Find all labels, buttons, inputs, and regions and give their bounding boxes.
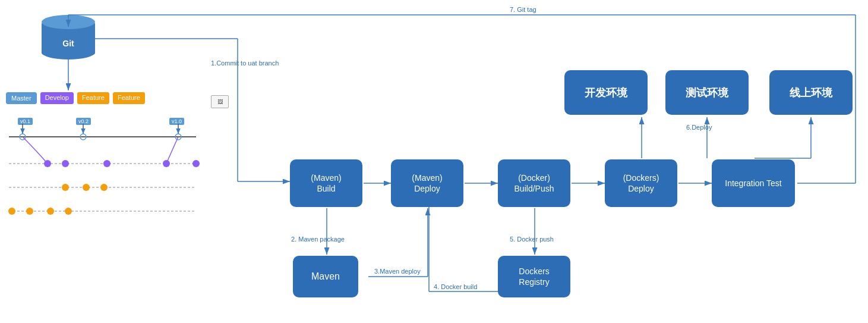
diagram-container: Git Master Develop Feature Feature 🖼 v0.… xyxy=(0,0,868,323)
svg-point-10 xyxy=(20,134,26,140)
svg-point-17 xyxy=(192,160,200,167)
maven-repo-box: Maven xyxy=(293,256,358,297)
docker-build-label: 4. Docker build xyxy=(434,283,477,290)
git-cylinder xyxy=(42,15,95,59)
maven-package-label: 2. Maven package xyxy=(291,236,345,243)
commit-label: 1.Commit to uat branch xyxy=(211,59,279,67)
svg-point-24 xyxy=(65,208,72,215)
branch-tags: Master Develop Feature Feature xyxy=(6,92,145,104)
docker-push-label: 5. Docker push xyxy=(510,236,554,243)
test-env-box: 测试环境 xyxy=(665,70,749,115)
version-tag-v01: v0.1 xyxy=(18,118,33,125)
git-label: Git xyxy=(42,39,95,48)
svg-point-22 xyxy=(26,208,33,215)
deploy-label: 6.Deploy xyxy=(686,124,712,131)
dev-env-box: 开发环境 xyxy=(564,70,648,115)
svg-point-16 xyxy=(163,160,170,167)
branch-tag-feature2: Feature xyxy=(113,92,145,104)
svg-point-18 xyxy=(62,184,69,191)
svg-point-12 xyxy=(175,134,181,140)
docker-registry-box: DockersRegistry xyxy=(498,256,570,297)
svg-point-19 xyxy=(83,184,90,191)
svg-point-20 xyxy=(100,184,108,191)
maven-deploy-label: 3.Maven deploy xyxy=(374,268,421,275)
branch-tag-master: Master xyxy=(6,92,37,104)
svg-point-14 xyxy=(62,160,69,167)
svg-point-15 xyxy=(103,160,111,167)
branch-tag-feature1: Feature xyxy=(77,92,109,104)
dockers-deploy-box: (Dockers)Deploy xyxy=(605,159,677,207)
integration-test-box: Integration Test xyxy=(712,159,795,207)
version-tag-v10: v1.0 xyxy=(169,118,184,125)
branch-tag-develop: Develop xyxy=(40,92,74,104)
maven-build-box: (Maven)Build xyxy=(290,159,362,207)
svg-point-11 xyxy=(80,134,86,140)
cylinder-top xyxy=(42,15,95,29)
docker-build-push-box: (Docker)Build/Push xyxy=(498,159,570,207)
version-tag-v02: v0.2 xyxy=(76,118,91,125)
svg-point-13 xyxy=(44,160,51,167)
prod-env-box: 线上环境 xyxy=(769,70,853,115)
svg-point-23 xyxy=(47,208,54,215)
svg-point-21 xyxy=(8,208,15,215)
git-tag-label: 7. Git tag xyxy=(510,6,536,13)
maven-deploy-box: (Maven)Deploy xyxy=(391,159,463,207)
image-icon: 🖼 xyxy=(211,95,229,108)
